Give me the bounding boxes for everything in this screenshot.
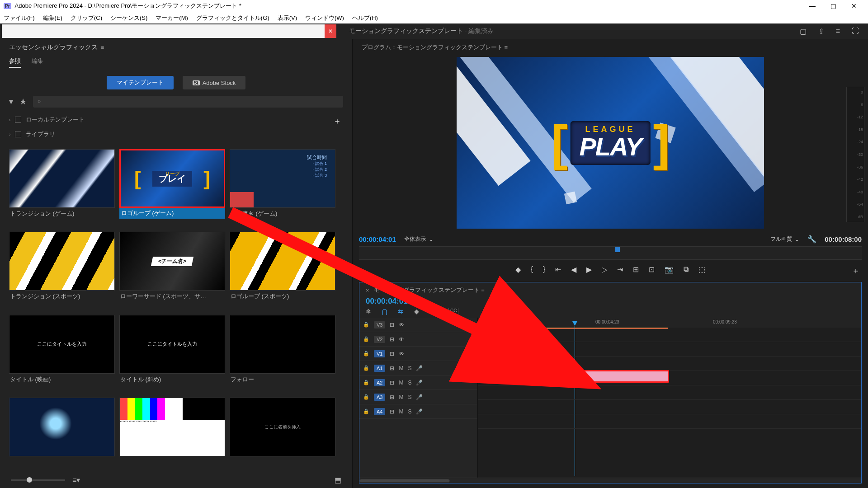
template-thumbnail[interactable]: ここにタイトルを入力タイトル (映画) bbox=[9, 315, 115, 393]
timeline-close-icon[interactable]: × bbox=[366, 287, 369, 294]
eye-icon[interactable]: 👁 bbox=[399, 336, 404, 343]
transport-button[interactable]: } bbox=[543, 265, 545, 274]
linked-selection-icon[interactable]: ⇆ bbox=[398, 308, 403, 315]
favorite-icon[interactable]: ★ bbox=[19, 97, 27, 107]
template-thumbnail[interactable] bbox=[9, 398, 115, 468]
eye-icon[interactable]: 👁 bbox=[399, 322, 404, 328]
transport-button[interactable]: ⊞ bbox=[633, 265, 639, 274]
timeline-timecode[interactable]: 00:00:04:01 bbox=[359, 296, 861, 307]
transport-button[interactable]: ⧉ bbox=[684, 265, 689, 274]
lock-icon[interactable]: 🔒 bbox=[363, 322, 369, 328]
timeline-ruler[interactable]: :00:00 00:00:04:23 00:00:09:23 bbox=[478, 318, 861, 328]
adobe-stock-button[interactable]: StAdobe Stock bbox=[183, 76, 246, 89]
transport-button[interactable]: ⇤ bbox=[555, 265, 561, 274]
cc-icon[interactable]: CC bbox=[448, 308, 458, 315]
fullscreen-icon[interactable]: ⛶ bbox=[852, 27, 859, 36]
notification-close-button[interactable]: ✕ bbox=[325, 24, 336, 38]
magnet-icon[interactable]: ⋂ bbox=[382, 308, 387, 315]
my-templates-button[interactable]: マイテンプレート bbox=[107, 76, 174, 89]
transport-button[interactable]: ◆ bbox=[515, 265, 521, 274]
transport-button[interactable]: { bbox=[531, 265, 533, 274]
menu-sequence[interactable]: シーケンス(S) bbox=[110, 14, 147, 22]
mute-icon[interactable]: M bbox=[399, 394, 403, 400]
menu-help[interactable]: ヘルプ(H) bbox=[352, 14, 378, 22]
transport-button[interactable]: ◀ bbox=[571, 265, 576, 274]
template-thumbnail[interactable]: ここに名前を挿入 bbox=[230, 398, 335, 468]
lock-icon[interactable]: 🔒 bbox=[363, 408, 369, 414]
solo-icon[interactable]: S bbox=[408, 380, 411, 386]
eye-icon[interactable]: 👁 bbox=[399, 351, 404, 357]
maximize-button[interactable]: ▢ bbox=[823, 0, 844, 11]
mute-icon[interactable]: M bbox=[399, 380, 403, 386]
transport-button[interactable]: ▷ bbox=[602, 265, 607, 274]
template-thumbnail[interactable]: フォロー bbox=[230, 315, 335, 393]
menu-edit[interactable]: 編集(E) bbox=[43, 14, 62, 22]
quality-select[interactable]: フル画質 ⌄ bbox=[770, 235, 799, 243]
filter-icon[interactable]: ▾ bbox=[9, 97, 13, 107]
track-target-icon[interactable]: ⊟ bbox=[390, 380, 394, 386]
menu-view[interactable]: 表示(V) bbox=[278, 14, 297, 22]
transport-button[interactable]: ⊡ bbox=[649, 265, 655, 274]
share-icon[interactable]: ⇪ bbox=[818, 27, 824, 36]
solo-icon[interactable]: S bbox=[408, 394, 411, 400]
wrench-icon[interactable]: 🔧 bbox=[430, 308, 438, 315]
template-thumbnail[interactable]: トランジション (スポーツ) bbox=[9, 232, 115, 310]
lock-icon[interactable]: 🔒 bbox=[363, 336, 369, 342]
track-target-icon[interactable]: ⊟ bbox=[390, 322, 394, 328]
track-target-icon[interactable]: ⊟ bbox=[390, 394, 394, 400]
lock-icon[interactable]: 🔒 bbox=[363, 365, 369, 371]
mute-icon[interactable]: M bbox=[399, 408, 403, 415]
tab-edit[interactable]: 編集 bbox=[32, 57, 43, 68]
lock-icon[interactable]: 🔒 bbox=[363, 394, 369, 400]
checkbox[interactable] bbox=[15, 117, 21, 123]
transport-button[interactable]: ⇥ bbox=[617, 265, 623, 274]
template-thumbnail[interactable]: [リーグプレイ]ロゴループ (ゲーム) bbox=[119, 149, 225, 227]
transport-button[interactable]: 📷 bbox=[665, 265, 674, 274]
menu-clip[interactable]: クリップ(C) bbox=[71, 14, 102, 22]
add-button[interactable]: ＋ bbox=[852, 265, 860, 276]
mic-icon[interactable]: 🎤 bbox=[416, 408, 423, 415]
tab-browse[interactable]: 参照 bbox=[9, 57, 21, 68]
minimize-button[interactable]: — bbox=[802, 0, 823, 11]
menu-window[interactable]: ウィンドウ(W) bbox=[305, 14, 344, 22]
marker-icon[interactable]: ◆ bbox=[414, 308, 419, 315]
track-target-icon[interactable]: ⊟ bbox=[390, 336, 394, 343]
track-header[interactable]: 🔒A3⊟MS🎤 bbox=[359, 390, 477, 404]
timeline-clip[interactable]: fx ロゴループ (ゲーム) bbox=[479, 370, 669, 383]
track-target-icon[interactable]: ⊟ bbox=[390, 365, 394, 371]
mic-icon[interactable]: 🎤 bbox=[416, 380, 423, 386]
template-thumbnail[interactable]: ここにタイトルを入力タイトル (斜め) bbox=[119, 315, 225, 393]
track-header[interactable]: 🔒V2⊟👁 bbox=[359, 332, 477, 347]
track-target-icon[interactable]: ⊟ bbox=[390, 408, 394, 415]
new-item-icon[interactable]: ⬒ bbox=[335, 476, 341, 484]
add-folder-button[interactable]: ＋ bbox=[333, 116, 341, 127]
template-thumbnail[interactable]: ロゴループ (スポーツ) bbox=[230, 232, 335, 310]
menu-graphics[interactable]: グラフィックとタイトル(G) bbox=[196, 14, 269, 22]
template-thumbnail[interactable]: <チーム名>ローワーサード (スポーツ、サ… bbox=[119, 232, 225, 310]
menu-marker[interactable]: マーカー(M) bbox=[156, 14, 188, 22]
mic-icon[interactable]: 🎤 bbox=[416, 365, 423, 371]
template-thumbnail[interactable]: xxxxxx xxxxx xxxx xxxxx xxxxx bbox=[119, 398, 225, 468]
snap-icon[interactable]: ❄ bbox=[366, 308, 371, 315]
solo-icon[interactable]: S bbox=[408, 365, 411, 371]
program-time-ruler[interactable] bbox=[359, 246, 862, 260]
timeline-scrollbar[interactable] bbox=[359, 478, 861, 483]
checkbox[interactable] bbox=[15, 131, 21, 137]
lock-icon[interactable]: 🔒 bbox=[363, 351, 369, 357]
transport-button[interactable]: ⬚ bbox=[698, 265, 705, 274]
template-thumbnail[interactable]: 試合時間・試合 1 ・試合 2 ・試合 3箇条書き (ゲーム) bbox=[230, 149, 335, 227]
track-header[interactable]: 🔒A4⊟MS🎤 bbox=[359, 404, 477, 419]
workspace-menu-icon[interactable]: ≡ bbox=[836, 27, 840, 36]
mic-icon[interactable]: 🎤 bbox=[416, 394, 423, 400]
sort-icon[interactable]: ≡▾ bbox=[72, 476, 80, 484]
timeline-tab[interactable]: モーショングラフィックステンプレート ≡ bbox=[374, 286, 485, 294]
menu-file[interactable]: ファイル(F) bbox=[4, 14, 35, 22]
solo-icon[interactable]: S bbox=[408, 408, 411, 415]
workspace-tab[interactable]: モーショングラフィックステンプレート - 編集済み bbox=[349, 27, 494, 35]
layout-icon[interactable]: ▢ bbox=[800, 27, 807, 36]
template-thumbnail[interactable]: トランジション (ゲーム) bbox=[9, 149, 115, 227]
track-header[interactable]: 🔒A2⊟MS🎤 bbox=[359, 375, 477, 390]
track-target-icon[interactable]: ⊟ bbox=[390, 351, 394, 357]
mute-icon[interactable]: M bbox=[399, 365, 403, 371]
zoom-fit-select[interactable]: 全体表示 ⌄ bbox=[404, 235, 433, 243]
